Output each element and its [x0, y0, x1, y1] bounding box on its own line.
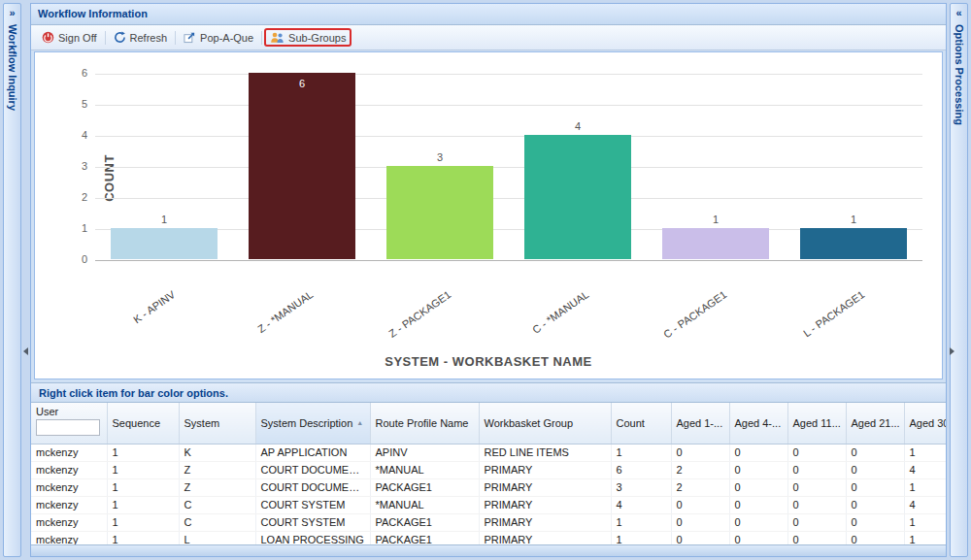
toolbar-separator	[105, 31, 106, 45]
column-header-route-profile-name[interactable]: Route Profile Name	[370, 403, 479, 444]
table-cell: PRIMARY	[479, 478, 611, 496]
table-cell: PRIMARY	[479, 531, 611, 544]
toolbar: Sign OffRefreshPop-A-QueSub-Groups	[31, 25, 946, 50]
expand-right-icon[interactable]: »	[5, 7, 19, 21]
bar-value-label: 3	[420, 151, 459, 163]
bar-value-label: 1	[696, 214, 735, 225]
table-cell: mckenzy	[31, 461, 107, 478]
table-cell: 1	[107, 531, 179, 544]
bar[interactable]	[524, 135, 631, 259]
table-cell: 0	[846, 531, 904, 544]
table-row[interactable]: mckenzy1LLOAN PROCESSINGPACKAGE1PRIMARY1…	[31, 531, 946, 544]
column-header-system-description[interactable]: System Description▲	[255, 403, 370, 444]
column-header-aged-4[interactable]: Aged 4-...	[729, 403, 787, 444]
right-splitter-arrow-icon[interactable]	[950, 347, 954, 355]
table-cell: 0	[846, 496, 904, 513]
bar[interactable]	[662, 228, 769, 259]
user-filter-input[interactable]	[36, 419, 100, 436]
table-cell: Z	[179, 461, 255, 478]
table-cell: 4	[611, 496, 671, 513]
table-row[interactable]: mckenzy1ZCOURT DOCUMENTS ...*MANUALPRIMA…	[31, 461, 946, 478]
column-header-label: User	[36, 403, 102, 419]
y-tick-label: 6	[60, 67, 87, 79]
bar[interactable]	[249, 73, 355, 259]
table-cell: 0	[787, 513, 846, 531]
table-cell: 1	[107, 478, 179, 496]
bottom-scrollbar[interactable]	[31, 544, 946, 556]
column-header-label: System Description	[261, 417, 353, 429]
table-cell: mckenzy	[31, 531, 107, 544]
column-header-aged-1[interactable]: Aged 1-...	[671, 403, 729, 444]
table-cell: 4	[904, 496, 946, 513]
column-header-label: Aged 30...	[910, 417, 947, 429]
table-cell: 0	[846, 513, 904, 531]
toolbar-separator	[175, 31, 176, 45]
table-cell: 0	[671, 444, 729, 461]
x-axis-label: C - PACKAGE1	[661, 288, 728, 341]
x-axis-label: L - PACKAGE1	[801, 288, 866, 339]
bar[interactable]	[800, 228, 907, 259]
bar-chart: COUNT 01234561K - APINV6Z - *MANUAL3Z - …	[34, 51, 943, 379]
expand-left-icon[interactable]: «	[952, 7, 966, 21]
table-cell: APINV	[370, 444, 479, 461]
column-header-label: Aged 11...	[793, 417, 841, 429]
table-cell: mckenzy	[31, 444, 107, 461]
table-cell: 0	[729, 444, 787, 461]
table-cell: 1	[107, 496, 179, 513]
table-row[interactable]: mckenzy1CCOURT SYSTEM*MANUALPRIMARY40000…	[31, 496, 946, 513]
table-cell: 1	[611, 513, 671, 531]
toolbar-button-label: Sign Off	[58, 32, 97, 44]
bar[interactable]	[386, 166, 493, 259]
table-cell: 0	[787, 444, 846, 461]
table-cell: 1	[904, 478, 946, 496]
table-cell: mckenzy	[31, 478, 107, 496]
toolbar-separator	[261, 31, 262, 45]
x-axis-label: Z - *MANUAL	[255, 288, 315, 335]
table-cell: 2	[671, 461, 729, 478]
column-header-user[interactable]: User	[31, 403, 107, 444]
table-cell: AP APPLICATION	[255, 444, 370, 461]
column-header-label: Aged 21...	[852, 417, 900, 429]
column-header-label: Sequence	[113, 417, 161, 429]
table-cell: COURT SYSTEM	[255, 496, 370, 513]
column-header-aged-30[interactable]: Aged 30...	[904, 403, 946, 444]
table-cell: 0	[787, 461, 846, 478]
refresh-button[interactable]: Refresh	[108, 28, 174, 47]
column-header-count[interactable]: Count	[611, 403, 671, 444]
grid-hint-text: Right click item for bar color options.	[31, 382, 946, 403]
table-cell: RED LINE ITEMS	[479, 444, 611, 461]
table-cell: *MANUAL	[370, 461, 479, 478]
pop-a-que-button[interactable]: Pop-A-Que	[178, 28, 259, 47]
column-header-system[interactable]: System	[179, 403, 255, 444]
x-axis-label: K - APINV	[131, 288, 177, 325]
column-header-sequence[interactable]: Sequence	[107, 403, 179, 444]
table-row[interactable]: mckenzy1CCOURT SYSTEMPACKAGE1PRIMARY1000…	[31, 513, 946, 531]
sign-off-button[interactable]: Sign Off	[36, 28, 103, 47]
column-header-workbasket-group[interactable]: Workbasket Group	[479, 403, 611, 444]
table-cell: COURT DOCUMENTS ...	[255, 461, 370, 478]
bar[interactable]	[111, 228, 218, 259]
table-cell: 1	[107, 513, 179, 531]
popout-icon	[184, 31, 196, 44]
x-axis-baseline	[95, 260, 922, 261]
sidebar-workflow-inquiry[interactable]: » Workflow Inquiry	[3, 3, 21, 557]
table-cell: 0	[846, 444, 904, 461]
sidebar-options-processing[interactable]: « Options Processing	[950, 3, 968, 557]
workbasket-table: UserSequenceSystemSystem Description▲Rou…	[31, 403, 946, 544]
column-header-aged-11[interactable]: Aged 11...	[787, 403, 846, 444]
table-cell: PACKAGE1	[370, 478, 479, 496]
y-axis-title: COUNT	[102, 140, 117, 217]
table-row[interactable]: mckenzy1ZCOURT DOCUMENTS ...PACKAGE1PRIM…	[31, 478, 946, 496]
table-cell: 0	[846, 461, 904, 478]
sub-groups-button[interactable]: Sub-Groups	[264, 28, 352, 47]
table-cell: 0	[787, 496, 846, 513]
chart-region: COUNT 01234561K - APINV6Z - *MANUAL3Z - …	[31, 50, 946, 382]
table-cell: 1	[107, 461, 179, 478]
table-row[interactable]: mckenzy1KAP APPLICATIONAPINVRED LINE ITE…	[31, 444, 946, 461]
table-cell: 1	[611, 444, 671, 461]
table-cell: PRIMARY	[479, 513, 611, 531]
table-cell: 1	[611, 531, 671, 544]
table-cell: *MANUAL	[370, 496, 479, 513]
left-splitter-arrow-icon[interactable]	[23, 347, 28, 355]
column-header-aged-21[interactable]: Aged 21...	[846, 403, 904, 444]
